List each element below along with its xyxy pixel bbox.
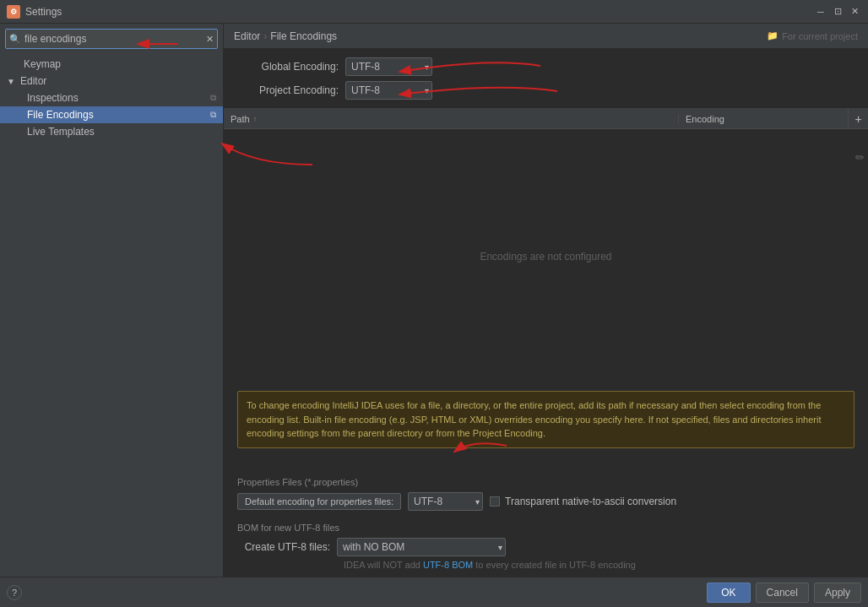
table-header: Path ↑ Encoding + [224, 109, 868, 129]
project-encoding-row: Project Encoding: UTF-8 UTF-16 ISO-8859-… [237, 81, 854, 100]
project-label: For current project [782, 31, 858, 41]
global-encoding-select-wrapper: UTF-8 UTF-16 ISO-8859-1 windows-1252 [345, 57, 432, 76]
breadcrumb-bar: Editor › File Encodings 📁 For current pr… [224, 24, 868, 49]
table-body-empty: Encodings are not configured [224, 129, 868, 384]
bom-hint-prefix: IDEA will NOT add [344, 560, 423, 570]
global-encoding-row: Global Encoding: UTF-8 UTF-16 ISO-8859-1… [237, 57, 854, 76]
nav-tree: Keymap ▼ Editor Inspections ⧉ File Encod… [0, 54, 223, 577]
search-icon: 🔍 [9, 34, 21, 45]
properties-row: Default encoding for properties files: U… [237, 492, 854, 511]
global-encoding-label: Global Encoding: [237, 61, 339, 73]
empty-message: Encodings are not configured [480, 251, 611, 263]
sidebar: 🔍 ✕ Keymap ▼ Editor Inspections ⧉ [0, 24, 224, 577]
info-box: To change encoding IntelliJ IDEA uses fo… [237, 391, 854, 448]
path-column-header: Path ↑ [224, 114, 679, 124]
sidebar-item-live-templates-label: Live Templates [27, 126, 95, 138]
search-input[interactable] [5, 29, 218, 49]
breadcrumb-current: File Encodings [270, 30, 337, 42]
sidebar-item-live-templates[interactable]: Live Templates [0, 123, 223, 140]
content-area: Editor › File Encodings 📁 For current pr… [224, 24, 868, 577]
inspections-copy-icon: ⧉ [210, 93, 216, 103]
maximize-button[interactable]: ⊡ [831, 5, 844, 19]
breadcrumb-separator: › [263, 30, 267, 42]
app-icon: ⚙ [7, 5, 20, 19]
global-encoding-select[interactable]: UTF-8 UTF-16 ISO-8859-1 windows-1252 [345, 57, 432, 76]
close-button[interactable]: ✕ [848, 5, 861, 19]
properties-encoding-select-wrapper: UTF-8 UTF-16 ISO-8859-1 [408, 492, 483, 511]
project-icon: 📁 [767, 30, 778, 41]
project-encoding-select[interactable]: UTF-8 UTF-16 ISO-8859-1 windows-1252 [345, 81, 432, 100]
default-encoding-button[interactable]: Default encoding for properties files: [237, 493, 401, 510]
apply-button[interactable]: Apply [814, 583, 861, 603]
sort-asc-icon: ↑ [253, 115, 258, 123]
bom-create-label: Create UTF-8 files: [237, 541, 330, 553]
edit-button[interactable]: ✏ [855, 151, 865, 164]
sidebar-item-editor-label: Editor [20, 75, 46, 87]
bom-hint-suffix: to every created file in UTF-8 encoding [473, 560, 636, 570]
info-box-text: To change encoding IntelliJ IDEA uses fo… [247, 400, 822, 438]
transparent-checkbox[interactable] [490, 496, 500, 507]
sidebar-item-keymap[interactable]: Keymap [0, 56, 223, 73]
properties-section-title: Properties Files (*.properties) [237, 477, 854, 487]
window-controls: ─ ⊡ ✕ [814, 5, 861, 19]
sidebar-item-editor[interactable]: ▼ Editor [0, 73, 223, 89]
bom-section: BOM for new UTF-8 files Create UTF-8 fil… [224, 523, 868, 577]
window-title: Settings [25, 6, 62, 18]
editor-toggle-icon: ▼ [7, 77, 17, 86]
sidebar-item-inspections[interactable]: Inspections ⧉ [0, 89, 223, 106]
sidebar-item-inspections-label: Inspections [27, 92, 79, 104]
bom-section-title: BOM for new UTF-8 files [237, 523, 854, 533]
bom-create-select[interactable]: with NO BOM with BOM [337, 538, 506, 556]
sidebar-item-keymap-label: Keymap [24, 58, 61, 70]
help-button[interactable]: ? [7, 585, 22, 600]
search-box: 🔍 ✕ [5, 29, 218, 49]
encoding-column-header: Encoding [679, 114, 848, 124]
breadcrumb-parent: Editor [234, 30, 260, 42]
add-encoding-button[interactable]: + [848, 109, 868, 129]
sidebar-item-file-encodings-label: File Encodings [27, 109, 94, 121]
title-bar: ⚙ Settings ─ ⊡ ✕ [0, 0, 868, 24]
transparent-label: Transparent native-to-ascii conversion [505, 496, 676, 507]
bom-row: Create UTF-8 files: with NO BOM with BOM [237, 538, 854, 556]
sidebar-item-file-encodings[interactable]: File Encodings ⧉ [0, 106, 223, 123]
bom-hint-link[interactable]: UTF-8 BOM [423, 560, 473, 570]
bom-select-wrapper: with NO BOM with BOM [337, 538, 506, 556]
transparent-checkbox-row: Transparent native-to-ascii conversion [490, 496, 676, 507]
minimize-button[interactable]: ─ [814, 5, 827, 19]
encodings-table-container: Path ↑ Encoding + Encodings are not conf… [224, 109, 868, 477]
properties-encoding-select[interactable]: UTF-8 UTF-16 ISO-8859-1 [408, 492, 483, 511]
cancel-button[interactable]: Cancel [756, 583, 809, 603]
bottom-bar: ? OK Cancel Apply [0, 577, 868, 607]
dialog-buttons: OK Cancel Apply [707, 583, 861, 603]
project-encoding-select-wrapper: UTF-8 UTF-16 ISO-8859-1 windows-1252 [345, 81, 432, 100]
bom-hint: IDEA will NOT add UTF-8 BOM to every cre… [237, 560, 854, 570]
project-encoding-label: Project Encoding: [237, 84, 339, 96]
clear-search-icon[interactable]: ✕ [206, 34, 214, 45]
ok-button[interactable]: OK [707, 583, 750, 603]
properties-section: Properties Files (*.properties) Default … [224, 477, 868, 523]
file-encodings-copy-icon: ⧉ [210, 110, 216, 120]
encoding-form: Global Encoding: UTF-8 UTF-16 ISO-8859-1… [224, 49, 868, 109]
